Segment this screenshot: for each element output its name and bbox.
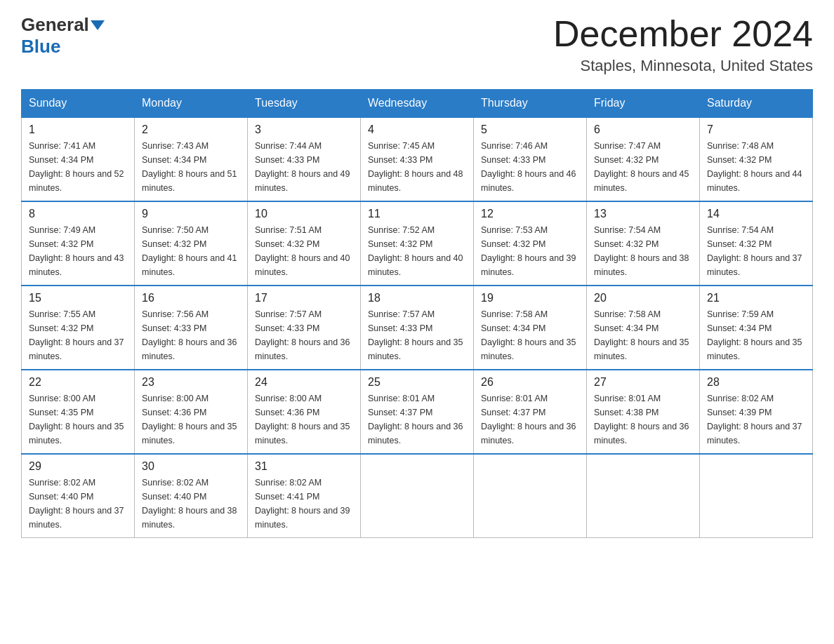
day-info: Sunrise: 7:54 AM Sunset: 4:32 PM Dayligh… xyxy=(594,223,692,279)
calendar-day-cell: 14 Sunrise: 7:54 AM Sunset: 4:32 PM Dayl… xyxy=(700,201,813,286)
day-info: Sunrise: 8:02 AM Sunset: 4:41 PM Dayligh… xyxy=(255,476,353,532)
day-number: 29 xyxy=(29,460,127,473)
calendar-day-cell: 30 Sunrise: 8:02 AM Sunset: 4:40 PM Dayl… xyxy=(135,454,248,538)
calendar-header-row: Sunday Monday Tuesday Wednesday Thursday… xyxy=(22,90,813,118)
calendar-day-cell: 27 Sunrise: 8:01 AM Sunset: 4:38 PM Dayl… xyxy=(587,370,700,454)
day-info: Sunrise: 7:55 AM Sunset: 4:32 PM Dayligh… xyxy=(29,307,127,363)
day-info: Sunrise: 8:02 AM Sunset: 4:40 PM Dayligh… xyxy=(142,476,240,532)
day-number: 15 xyxy=(29,292,127,304)
day-number: 31 xyxy=(255,460,353,473)
day-info: Sunrise: 8:01 AM Sunset: 4:37 PM Dayligh… xyxy=(368,391,466,448)
calendar-day-cell: 20 Sunrise: 7:58 AM Sunset: 4:34 PM Dayl… xyxy=(587,286,700,370)
calendar-day-cell xyxy=(474,454,587,538)
day-info: Sunrise: 7:43 AM Sunset: 4:34 PM Dayligh… xyxy=(142,139,240,195)
day-info: Sunrise: 7:50 AM Sunset: 4:32 PM Dayligh… xyxy=(142,223,240,279)
calendar-day-cell: 11 Sunrise: 7:52 AM Sunset: 4:32 PM Dayl… xyxy=(361,201,474,286)
location-subtitle: Staples, Minnesota, United States xyxy=(553,57,813,75)
day-number: 26 xyxy=(481,376,579,389)
calendar-day-cell: 15 Sunrise: 7:55 AM Sunset: 4:32 PM Dayl… xyxy=(22,286,135,370)
calendar-day-cell: 4 Sunrise: 7:45 AM Sunset: 4:33 PM Dayli… xyxy=(361,117,474,201)
day-info: Sunrise: 7:46 AM Sunset: 4:33 PM Dayligh… xyxy=(481,139,579,195)
day-number: 9 xyxy=(142,208,240,220)
calendar-day-cell: 25 Sunrise: 8:01 AM Sunset: 4:37 PM Dayl… xyxy=(361,370,474,454)
day-number: 24 xyxy=(255,376,353,389)
day-number: 23 xyxy=(142,376,240,389)
day-number: 4 xyxy=(368,123,466,136)
calendar-day-cell: 17 Sunrise: 7:57 AM Sunset: 4:33 PM Dayl… xyxy=(248,286,361,370)
day-number: 14 xyxy=(707,208,805,220)
day-number: 18 xyxy=(368,292,466,304)
header-tuesday: Tuesday xyxy=(248,90,361,118)
day-info: Sunrise: 8:02 AM Sunset: 4:39 PM Dayligh… xyxy=(707,391,805,448)
day-info: Sunrise: 7:58 AM Sunset: 4:34 PM Dayligh… xyxy=(481,307,579,363)
title-area: December 2024 Staples, Minnesota, United… xyxy=(553,14,813,75)
day-number: 8 xyxy=(29,208,127,220)
logo-triangle-icon xyxy=(91,20,105,30)
day-number: 11 xyxy=(368,208,466,220)
day-number: 2 xyxy=(142,123,240,136)
calendar-day-cell: 6 Sunrise: 7:47 AM Sunset: 4:32 PM Dayli… xyxy=(587,117,700,201)
day-info: Sunrise: 7:59 AM Sunset: 4:34 PM Dayligh… xyxy=(707,307,805,363)
calendar-table: Sunday Monday Tuesday Wednesday Thursday… xyxy=(21,89,813,538)
day-info: Sunrise: 7:56 AM Sunset: 4:33 PM Dayligh… xyxy=(142,307,240,363)
day-number: 5 xyxy=(481,123,579,136)
day-info: Sunrise: 8:02 AM Sunset: 4:40 PM Dayligh… xyxy=(29,476,127,532)
calendar-day-cell: 23 Sunrise: 8:00 AM Sunset: 4:36 PM Dayl… xyxy=(135,370,248,454)
day-number: 21 xyxy=(707,292,805,304)
calendar-day-cell xyxy=(587,454,700,538)
day-info: Sunrise: 8:00 AM Sunset: 4:35 PM Dayligh… xyxy=(29,391,127,448)
calendar-day-cell: 16 Sunrise: 7:56 AM Sunset: 4:33 PM Dayl… xyxy=(135,286,248,370)
day-info: Sunrise: 7:53 AM Sunset: 4:32 PM Dayligh… xyxy=(481,223,579,279)
calendar-day-cell: 8 Sunrise: 7:49 AM Sunset: 4:32 PM Dayli… xyxy=(22,201,135,286)
day-number: 19 xyxy=(481,292,579,304)
day-info: Sunrise: 7:47 AM Sunset: 4:32 PM Dayligh… xyxy=(594,139,692,195)
calendar-day-cell: 1 Sunrise: 7:41 AM Sunset: 4:34 PM Dayli… xyxy=(22,117,135,201)
calendar-week-row: 1 Sunrise: 7:41 AM Sunset: 4:34 PM Dayli… xyxy=(22,117,813,201)
header-wednesday: Wednesday xyxy=(361,90,474,118)
day-number: 22 xyxy=(29,376,127,389)
calendar-week-row: 8 Sunrise: 7:49 AM Sunset: 4:32 PM Dayli… xyxy=(22,201,813,286)
day-info: Sunrise: 7:52 AM Sunset: 4:32 PM Dayligh… xyxy=(368,223,466,279)
day-number: 3 xyxy=(255,123,353,136)
month-title: December 2024 xyxy=(553,14,813,54)
logo-blue-text: Blue xyxy=(21,36,60,58)
day-info: Sunrise: 7:48 AM Sunset: 4:32 PM Dayligh… xyxy=(707,139,805,195)
calendar-day-cell xyxy=(700,454,813,538)
calendar-week-row: 22 Sunrise: 8:00 AM Sunset: 4:35 PM Dayl… xyxy=(22,370,813,454)
day-info: Sunrise: 7:44 AM Sunset: 4:33 PM Dayligh… xyxy=(255,139,353,195)
header-sunday: Sunday xyxy=(22,90,135,118)
day-number: 12 xyxy=(481,208,579,220)
day-number: 7 xyxy=(707,123,805,136)
logo-general-text: General xyxy=(21,14,89,36)
day-number: 16 xyxy=(142,292,240,304)
day-info: Sunrise: 7:58 AM Sunset: 4:34 PM Dayligh… xyxy=(594,307,692,363)
day-number: 20 xyxy=(594,292,692,304)
calendar-day-cell: 19 Sunrise: 7:58 AM Sunset: 4:34 PM Dayl… xyxy=(474,286,587,370)
calendar-day-cell: 2 Sunrise: 7:43 AM Sunset: 4:34 PM Dayli… xyxy=(135,117,248,201)
calendar-day-cell: 7 Sunrise: 7:48 AM Sunset: 4:32 PM Dayli… xyxy=(700,117,813,201)
day-info: Sunrise: 7:54 AM Sunset: 4:32 PM Dayligh… xyxy=(707,223,805,279)
calendar-day-cell xyxy=(361,454,474,538)
day-info: Sunrise: 7:45 AM Sunset: 4:33 PM Dayligh… xyxy=(368,139,466,195)
day-info: Sunrise: 8:00 AM Sunset: 4:36 PM Dayligh… xyxy=(142,391,240,448)
day-info: Sunrise: 8:00 AM Sunset: 4:36 PM Dayligh… xyxy=(255,391,353,448)
calendar-week-row: 29 Sunrise: 8:02 AM Sunset: 4:40 PM Dayl… xyxy=(22,454,813,538)
day-info: Sunrise: 8:01 AM Sunset: 4:38 PM Dayligh… xyxy=(594,391,692,448)
day-number: 6 xyxy=(594,123,692,136)
day-number: 27 xyxy=(594,376,692,389)
calendar-day-cell: 5 Sunrise: 7:46 AM Sunset: 4:33 PM Dayli… xyxy=(474,117,587,201)
header-monday: Monday xyxy=(135,90,248,118)
page-header: General Blue December 2024 Staples, Minn… xyxy=(21,14,813,75)
day-number: 17 xyxy=(255,292,353,304)
calendar-day-cell: 31 Sunrise: 8:02 AM Sunset: 4:41 PM Dayl… xyxy=(248,454,361,538)
logo: General Blue xyxy=(21,14,105,58)
header-saturday: Saturday xyxy=(700,90,813,118)
day-number: 25 xyxy=(368,376,466,389)
header-thursday: Thursday xyxy=(474,90,587,118)
calendar-day-cell: 3 Sunrise: 7:44 AM Sunset: 4:33 PM Dayli… xyxy=(248,117,361,201)
calendar-day-cell: 21 Sunrise: 7:59 AM Sunset: 4:34 PM Dayl… xyxy=(700,286,813,370)
calendar-day-cell: 13 Sunrise: 7:54 AM Sunset: 4:32 PM Dayl… xyxy=(587,201,700,286)
day-number: 13 xyxy=(594,208,692,220)
day-number: 28 xyxy=(707,376,805,389)
calendar-day-cell: 29 Sunrise: 8:02 AM Sunset: 4:40 PM Dayl… xyxy=(22,454,135,538)
